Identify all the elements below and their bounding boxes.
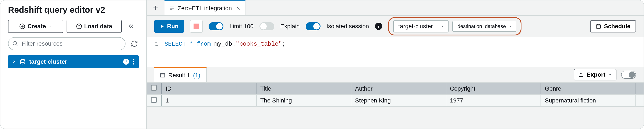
tab-label: Zero-ETL integration <box>178 5 232 12</box>
results-panel: Result 1 (1) Export <box>147 66 644 128</box>
export-label: Export <box>586 71 606 78</box>
result-tab-count: (1) <box>193 72 200 79</box>
limit-toggle[interactable] <box>208 22 224 30</box>
cell-title: The Shining <box>256 95 351 106</box>
load-data-button[interactable]: Load data <box>66 20 122 33</box>
collapse-sidebar-button[interactable] <box>125 20 137 33</box>
info-icon[interactable]: i <box>375 23 382 30</box>
sidebar-toolbar: Create Load data <box>0 20 146 37</box>
explain-label: Explain <box>280 23 300 30</box>
calendar-icon <box>596 24 601 29</box>
refresh-icon <box>131 40 138 47</box>
result-tab-label: Result 1 <box>168 72 190 79</box>
export-icon <box>578 72 584 77</box>
editor-line-1: 1 SELECT * from my_db."books_table"; <box>147 41 644 47</box>
tree-item-label: target-cluster <box>29 58 67 65</box>
isolated-session-label: Isolated session <box>326 23 369 30</box>
tree-item-target-cluster[interactable]: target-cluster i <box>8 56 139 68</box>
more-vertical-icon[interactable] <box>133 58 135 65</box>
cluster-icon <box>20 58 26 65</box>
col-spacer <box>636 83 644 95</box>
query-icon <box>169 6 175 11</box>
caret-down-icon <box>48 24 52 28</box>
isolated-session-toggle[interactable] <box>306 22 320 30</box>
col-copyright[interactable]: Copyright <box>446 83 541 95</box>
schedule-label: Schedule <box>604 23 630 30</box>
filter-resources-input[interactable] <box>8 37 126 50</box>
tab-close-button[interactable] <box>235 6 240 10</box>
results-panel-toggle[interactable] <box>621 71 636 79</box>
load-data-label: Load data <box>84 23 112 30</box>
chevron-double-left-icon <box>127 22 135 30</box>
info-icon[interactable]: i <box>123 58 129 65</box>
main: Zero-ETL integration Run Limit 100 Expla… <box>147 0 644 128</box>
svg-text:i: i <box>126 59 127 64</box>
cell-copyright: 1977 <box>446 95 541 106</box>
database-dropdown[interactable]: destination_database <box>452 21 516 32</box>
cell-genre: Supernatural fiction <box>541 95 636 106</box>
editor-toolbar: Run Limit 100 Explain Isolated session i… <box>147 16 644 37</box>
sql-code[interactable]: SELECT * from my_db."books_table"; <box>164 41 286 47</box>
cluster-dropdown[interactable]: target-cluster <box>393 20 448 32</box>
app-title: Redshift query editor v2 <box>0 4 146 20</box>
cell-id: 1 <box>162 95 256 106</box>
col-genre[interactable]: Genre <box>541 83 636 95</box>
export-button[interactable]: Export <box>574 69 616 80</box>
col-author[interactable]: Author <box>351 83 446 95</box>
tab-zero-etl[interactable]: Zero-ETL integration <box>164 0 246 15</box>
cell-spacer <box>636 95 644 106</box>
resource-tree: target-cluster i <box>0 56 146 68</box>
explain-toggle[interactable] <box>260 22 274 30</box>
run-button[interactable]: Run <box>154 20 184 33</box>
editor-tabs: Zero-ETL integration <box>147 0 644 16</box>
refresh-button[interactable] <box>128 38 140 50</box>
sidebar: Redshift query editor v2 Create Load dat… <box>0 0 147 128</box>
chevron-right-icon <box>12 60 16 64</box>
create-button-label: Create <box>27 23 46 30</box>
database-dropdown-label: destination_database <box>458 23 506 29</box>
close-icon <box>236 6 240 10</box>
svg-point-4 <box>13 42 16 45</box>
run-button-label: Run <box>167 23 178 30</box>
row-select[interactable] <box>147 95 162 106</box>
schedule-button[interactable]: Schedule <box>590 20 636 32</box>
app-root: Redshift query editor v2 Create Load dat… <box>0 0 644 129</box>
results-grid: ID Title Author Copyright Genre 1 The <box>147 82 644 107</box>
svg-rect-23 <box>160 74 165 77</box>
search-icon <box>12 41 18 47</box>
checkbox-icon <box>151 97 157 103</box>
svg-point-9 <box>133 59 134 60</box>
select-all-header[interactable] <box>147 83 162 95</box>
stop-button[interactable] <box>190 20 203 33</box>
sql-editor[interactable]: 1 SELECT * from my_db."books_table"; <box>147 37 644 66</box>
caret-down-icon <box>608 73 612 76</box>
svg-line-5 <box>16 44 18 46</box>
new-tab-button[interactable] <box>147 0 164 15</box>
line-number: 1 <box>147 41 164 47</box>
stop-icon <box>194 24 199 29</box>
svg-point-10 <box>133 61 134 62</box>
plus-icon <box>152 5 159 11</box>
filter-input-wrap <box>8 37 126 50</box>
connection-selector-highlight: target-cluster destination_database <box>388 17 522 36</box>
results-tabs: Result 1 (1) Export <box>147 67 644 82</box>
col-title[interactable]: Title <box>256 83 351 95</box>
col-id[interactable]: ID <box>162 83 256 95</box>
caret-down-icon <box>440 24 444 28</box>
svg-point-11 <box>133 63 134 64</box>
table-row[interactable]: 1 The Shining Stephen King 1977 Supernat… <box>147 95 644 106</box>
svg-rect-19 <box>596 24 600 28</box>
play-icon <box>160 24 164 29</box>
plus-circle-icon <box>19 23 25 29</box>
caret-down-icon <box>509 24 512 28</box>
cell-author: Stephen King <box>351 95 446 106</box>
limit-label: Limit 100 <box>229 23 254 30</box>
create-button[interactable]: Create <box>8 20 63 33</box>
result-tab-1[interactable]: Result 1 (1) <box>154 67 207 82</box>
cluster-dropdown-label: target-cluster <box>398 23 433 30</box>
checkbox-icon <box>151 85 157 90</box>
svg-point-6 <box>20 60 25 61</box>
results-table: ID Title Author Copyright Genre 1 The <box>147 83 644 107</box>
filter-row <box>0 37 146 56</box>
table-header-row: ID Title Author Copyright Genre <box>147 83 644 95</box>
